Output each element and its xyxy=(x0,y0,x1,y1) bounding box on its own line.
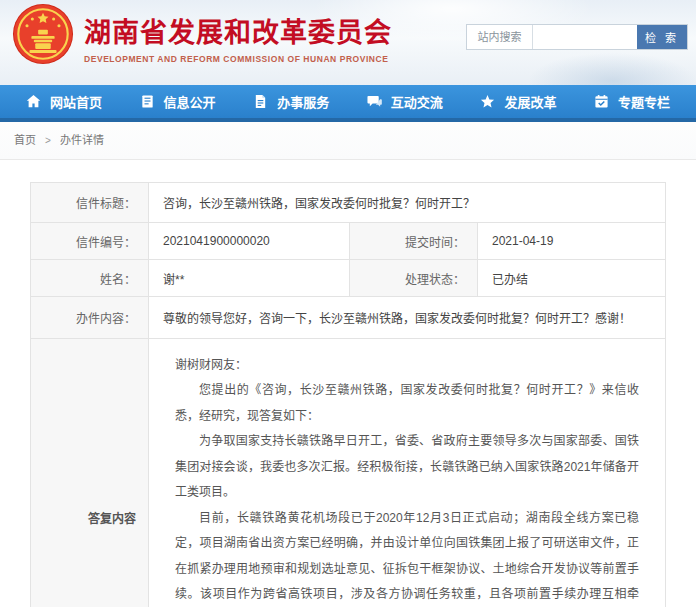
reply-paragraph: 谢树财网友： xyxy=(175,353,639,378)
nav-item-special-columns[interactable]: 专题专栏 xyxy=(594,92,670,111)
main-nav: 网站首页 信息公开 办事服务 互动交流 发展改革 专题专栏 xyxy=(0,85,696,122)
table-row: 信件编号： 2021041900000020 提交时间： 2021-04-19 xyxy=(31,223,666,260)
table-row: 姓名： 谢** 处理状态： 已办结 xyxy=(31,260,666,297)
nav-item-services[interactable]: 办事服务 xyxy=(253,92,329,111)
letter-title-label: 信件标题： xyxy=(31,183,149,223)
breadcrumb-separator: > xyxy=(45,135,51,146)
brand: 湖南省发展和改革委员会 DEVELOPMENT AND REFORM COMMI… xyxy=(12,3,392,65)
name-value: 谢** xyxy=(149,260,350,297)
status-label: 处理状态： xyxy=(350,260,478,297)
letter-detail-table: 信件标题： 咨询，长沙至赣州铁路，国家发改委何时批复？何时开工？ 信件编号： 2… xyxy=(30,182,666,607)
name-label: 姓名： xyxy=(31,260,149,297)
search-input[interactable] xyxy=(533,25,637,49)
reply-paragraph: 您提出的《咨询，长沙至赣州铁路，国家发改委何时批复？何时开工？》来信收悉，经研究… xyxy=(175,378,639,429)
search-button[interactable]: 检 索 xyxy=(637,25,687,49)
letter-title-value: 咨询，长沙至赣州铁路，国家发改委何时批复？何时开工？ xyxy=(149,183,666,223)
site-search: 站内搜索 检 索 xyxy=(466,24,688,50)
nav-item-development-reform[interactable]: 发展改革 xyxy=(480,92,556,111)
national-emblem-logo xyxy=(12,3,74,65)
site-title: 湖南省发展和改革委员会 xyxy=(84,11,392,50)
submit-time-value: 2021-04-19 xyxy=(478,223,666,260)
home-icon xyxy=(26,94,41,109)
status-value: 已办结 xyxy=(478,260,666,297)
calendar-icon xyxy=(594,94,609,109)
breadcrumb: 首页 > 办件详情 xyxy=(0,122,696,160)
nav-item-label: 网站首页 xyxy=(50,92,102,111)
nav-item-label: 专题专栏 xyxy=(618,92,670,111)
document-icon xyxy=(140,94,155,109)
search-scope-label: 站内搜索 xyxy=(467,25,533,49)
service-file-icon xyxy=(253,94,268,109)
nav-item-interaction[interactable]: 互动交流 xyxy=(367,92,443,111)
chat-icon xyxy=(367,94,382,109)
letter-number-value: 2021041900000020 xyxy=(149,223,350,260)
table-row: 办件内容： 尊敬的领导您好，咨询一下，长沙至赣州铁路，国家发改委何时批复？何时开… xyxy=(31,297,666,339)
brand-text: 湖南省发展和改革委员会 DEVELOPMENT AND REFORM COMMI… xyxy=(84,5,392,64)
reply-content-label: 答复内容 xyxy=(31,339,149,607)
nav-item-info-disclosure[interactable]: 信息公开 xyxy=(140,92,216,111)
nav-item-home[interactable]: 网站首页 xyxy=(26,92,102,111)
table-row: 答复内容 谢树财网友： 您提出的《咨询，长沙至赣州铁路，国家发改委何时批复？何时… xyxy=(31,339,666,607)
page: 湖南省发展和改革委员会 DEVELOPMENT AND REFORM COMMI… xyxy=(0,0,696,607)
site-header: 湖南省发展和改革委员会 DEVELOPMENT AND REFORM COMMI… xyxy=(0,0,696,85)
letter-detail-panel: 信件标题： 咨询，长沙至赣州铁路，国家发改委何时批复？何时开工？ 信件编号： 2… xyxy=(0,160,696,607)
nav-item-label: 互动交流 xyxy=(391,92,443,111)
site-subtitle: DEVELOPMENT AND REFORM COMMISSION OF HUN… xyxy=(84,54,392,64)
reply-paragraph: 为争取国家支持长赣铁路早日开工，省委、省政府主要领导多次与国家部委、国铁集团对接… xyxy=(175,429,639,505)
submit-time-label: 提交时间： xyxy=(350,223,478,260)
reply-content-value: 谢树财网友： 您提出的《咨询，长沙至赣州铁路，国家发改委何时批复？何时开工？》来… xyxy=(149,339,666,607)
breadcrumb-current: 办件详情 xyxy=(60,134,104,146)
breadcrumb-home-link[interactable]: 首页 xyxy=(14,134,36,146)
nav-item-label: 办事服务 xyxy=(277,92,329,111)
nav-item-label: 发展改革 xyxy=(504,92,556,111)
nav-item-label: 信息公开 xyxy=(164,92,216,111)
table-row: 信件标题： 咨询，长沙至赣州铁路，国家发改委何时批复？何时开工？ xyxy=(31,183,666,223)
letter-number-label: 信件编号： xyxy=(31,223,149,260)
reply-paragraph: 目前，长赣铁路黄花机场段已于2020年12月3日正式启动；湖南段全线方案已稳定，… xyxy=(175,506,639,607)
star-icon xyxy=(480,94,495,109)
request-content-label: 办件内容： xyxy=(31,297,149,339)
request-content-value: 尊敬的领导您好，咨询一下，长沙至赣州铁路，国家发改委何时批复？何时开工？感谢！ xyxy=(149,297,666,339)
